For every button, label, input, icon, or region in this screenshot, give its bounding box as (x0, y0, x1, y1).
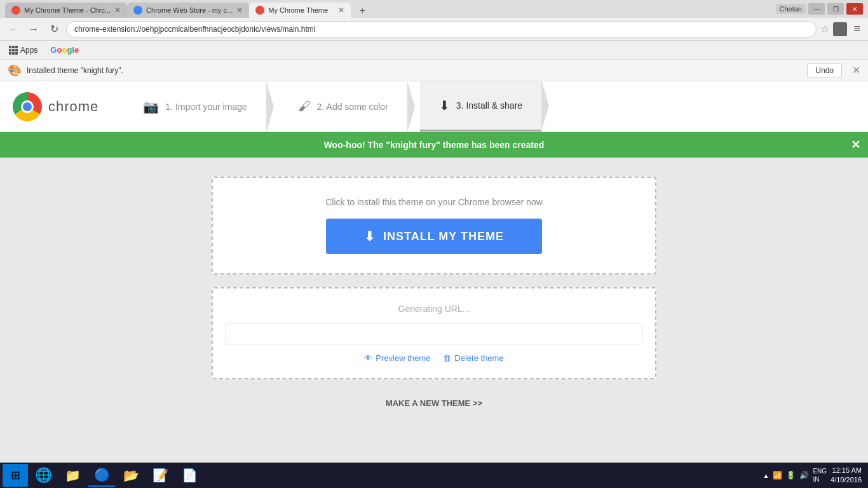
chrome-brand-text: chrome (48, 98, 98, 115)
address-bar: ← → ↻ ☆ ≡ (0, 18, 868, 41)
taskbar-chrome[interactable]: 🔵 (88, 464, 116, 487)
install-my-theme-button[interactable]: ⬇ INSTALL MY THEME (326, 219, 542, 254)
chrome-logo-circle (13, 92, 42, 121)
banner-close-button[interactable]: ✕ (851, 138, 860, 152)
restore-button[interactable]: ❐ (827, 3, 844, 15)
word-icon: 📄 (182, 468, 198, 483)
tab-favicon-3 (255, 6, 264, 15)
minimize-button[interactable]: — (808, 3, 825, 15)
taskbar-word[interactable]: 📄 (175, 464, 203, 487)
install-btn-label: INSTALL MY THEME (383, 230, 504, 243)
notification-icon: 🎨 (8, 64, 22, 78)
new-tab-button[interactable]: + (353, 4, 371, 18)
url-input[interactable] (226, 323, 642, 344)
apps-label: Apps (20, 46, 37, 55)
step-3-label: 3. Install & share (456, 100, 522, 111)
tabs-area: My Chrome Theme - Chrc... ✕ Chrome Web S… (5, 0, 773, 18)
step-1-label: 1. Import your image (165, 102, 247, 112)
folder-icon: 📁 (65, 468, 81, 483)
taskbar-clock: 12:15 AM 4/10/2016 (831, 466, 862, 485)
tab-favicon-1 (11, 6, 20, 15)
tray-battery-icon: 🔋 (786, 471, 796, 480)
google-bookmark[interactable]: Google (46, 44, 83, 56)
user-name: Chetan (776, 4, 806, 14)
tab-title-3: My Chrome Theme (268, 6, 334, 14)
chrome-logo: chrome (13, 92, 98, 121)
taskbar-date: 4/10/2016 (831, 475, 862, 485)
bookmark-star-icon[interactable]: ☆ (820, 23, 829, 35)
step-3[interactable]: ⬇ 3. Install & share (420, 81, 541, 132)
taskbar-files[interactable]: 📂 (117, 464, 145, 487)
tray-sound-icon: 🔊 (799, 471, 809, 480)
forward-button[interactable]: → (25, 21, 42, 37)
back-button[interactable]: ← (5, 21, 22, 37)
close-button[interactable]: ✕ (846, 3, 863, 15)
notification-text: Installed theme "knight fury". (27, 66, 802, 75)
ie-icon: 🌐 (35, 467, 52, 484)
install-box: Click to install this theme on your Chro… (212, 177, 656, 274)
editor-icon: 📝 (153, 468, 168, 483)
url-box: Generating URL... 👁 Preview theme 🗑 Dele… (212, 287, 656, 379)
tab-title-1: My Chrome Theme - Chrc... (24, 6, 111, 14)
address-input[interactable] (66, 21, 817, 37)
tray-arrow-icon[interactable]: ▲ (763, 472, 769, 479)
make-new-theme-button[interactable]: MAKE A NEW THEME >> (386, 398, 482, 408)
app-header: chrome 📷 1. Import your image 🖌 2. Add s… (0, 81, 868, 132)
extension-icon[interactable] (833, 22, 847, 36)
preview-theme-label: Preview theme (376, 353, 430, 363)
google-logo: Google (50, 45, 79, 55)
preview-theme-button[interactable]: 👁 Preview theme (364, 353, 430, 363)
notification-close-icon[interactable]: ✕ (852, 64, 860, 76)
refresh-button[interactable]: ↻ (46, 21, 62, 37)
taskbar-ie[interactable]: 🌐 (29, 464, 57, 487)
taskbar-editor[interactable]: 📝 (146, 464, 174, 487)
start-button[interactable]: ⊞ (3, 464, 28, 487)
chrome-logo-inner (21, 100, 34, 113)
tray-network-icon: 📶 (773, 471, 782, 480)
step-1[interactable]: 📷 1. Import your image (124, 81, 266, 132)
tab-3[interactable]: My Chrome Theme ✕ (249, 3, 351, 18)
start-icon: ⊞ (11, 468, 20, 482)
apps-grid-icon (9, 46, 18, 55)
delete-theme-button[interactable]: 🗑 Delete theme (443, 353, 503, 363)
tab-favicon-2 (133, 6, 142, 15)
taskbar-right: ▲ 📶 🔋 🔊 ENGIN 12:15 AM 4/10/2016 (763, 466, 865, 485)
apps-bookmark[interactable]: Apps (5, 44, 41, 56)
success-banner-text: Woo-hoo! The "knight fury" theme has bee… (324, 140, 545, 150)
step-2[interactable]: 🖌 2. Add some color (279, 81, 407, 132)
taskbar-lang: ENGIN (813, 467, 827, 484)
tab-2[interactable]: Chrome Web Store - my c... ✕ (127, 3, 249, 18)
steps-navigation: 📷 1. Import your image 🖌 2. Add some col… (124, 81, 855, 132)
delete-icon: 🗑 (443, 353, 451, 363)
step-2-icon: 🖌 (298, 99, 311, 114)
url-generating-text: Generating URL... (398, 304, 470, 314)
chrome-menu-button[interactable]: ≡ (851, 21, 863, 37)
title-bar: My Chrome Theme - Chrc... ✕ Chrome Web S… (0, 0, 868, 18)
preview-icon: 👁 (364, 353, 372, 363)
bookmarks-bar: Apps Google (0, 41, 868, 60)
content-area: Click to install this theme on your Chro… (0, 158, 868, 488)
tab-title-2: Chrome Web Store - my c... (146, 6, 233, 14)
url-actions: 👁 Preview theme 🗑 Delete theme (364, 353, 503, 363)
taskbar-time: 12:15 AM (831, 466, 862, 475)
window-controls: Chetan — ❐ ✕ (776, 3, 863, 15)
taskbar: ⊞ 🌐 📁 🔵 📂 📝 📄 ▲ 📶 🔋 🔊 ENGIN 12:15 AM 4/1… (0, 463, 868, 488)
success-banner: Woo-hoo! The "knight fury" theme has bee… (0, 132, 868, 158)
notification-bar: 🎨 Installed theme "knight fury". Undo ✕ (0, 60, 868, 81)
taskbar-folder[interactable]: 📁 (58, 464, 86, 487)
files-icon: 📂 (123, 468, 139, 483)
make-new-theme-label: MAKE A NEW THEME >> (386, 398, 482, 408)
install-hint-text: Click to install this theme on your Chro… (325, 197, 543, 207)
install-btn-icon: ⬇ (364, 229, 376, 244)
tab-close-2[interactable]: ✕ (236, 6, 243, 15)
step-3-icon: ⬇ (439, 98, 450, 113)
chrome-taskbar-icon: 🔵 (94, 467, 110, 482)
step-1-icon: 📷 (143, 99, 159, 114)
main-content: Click to install this theme on your Chro… (0, 158, 868, 488)
delete-theme-label: Delete theme (454, 353, 503, 363)
tab-close-1[interactable]: ✕ (114, 6, 121, 15)
tab-1[interactable]: My Chrome Theme - Chrc... ✕ (5, 3, 127, 18)
step-2-label: 2. Add some color (317, 102, 388, 112)
undo-button[interactable]: Undo (807, 63, 842, 78)
tab-close-3[interactable]: ✕ (338, 6, 344, 15)
